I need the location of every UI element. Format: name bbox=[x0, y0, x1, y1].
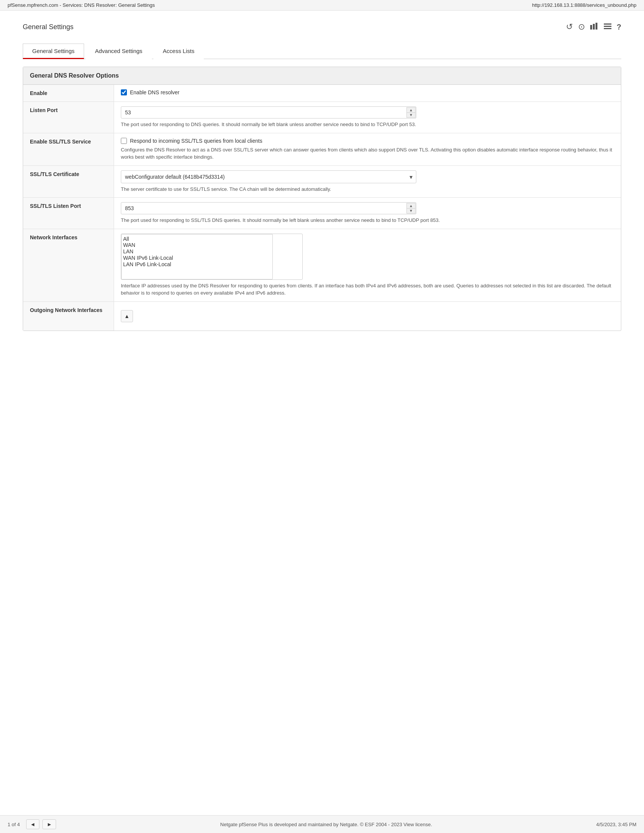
ssl-port-wrapper: ▲ ▼ bbox=[121, 202, 416, 214]
listen-port-desc: The port used for responding to DNS quer… bbox=[121, 121, 614, 129]
ssl-port-desc: The port used for responding to SSL/TLS … bbox=[121, 217, 614, 224]
list-icon[interactable] bbox=[604, 22, 612, 32]
ssl-port-spinners: ▲ ▼ bbox=[406, 203, 415, 214]
enable-dns-checkbox[interactable] bbox=[121, 89, 127, 95]
form-row-ssl-port: SSL/TLS Listen Port ▲ ▼ The port used fo… bbox=[23, 198, 621, 229]
network-option-wan: WAN bbox=[123, 242, 271, 248]
listen-port-control: ▲ ▼ The port used for responding to DNS … bbox=[114, 102, 621, 133]
footer-nav: 1 of 4 ◄ ► bbox=[8, 819, 56, 829]
enable-checkbox-wrapper: Enable DNS resolver bbox=[121, 89, 614, 95]
tabs: General Settings Advanced Settings Acces… bbox=[23, 43, 621, 59]
enable-control: Enable DNS resolver bbox=[114, 85, 621, 101]
enable-label: Enable bbox=[23, 85, 114, 101]
help-icon[interactable]: ? bbox=[617, 23, 621, 31]
svg-rect-0 bbox=[590, 25, 592, 29]
ssl-tls-label: Enable SSL/TLS Service bbox=[23, 133, 114, 166]
form-row-outgoing: Outgoing Network Interfaces ▲ bbox=[23, 302, 621, 331]
form-row-listen-port: Listen Port ▲ ▼ The port used for respon… bbox=[23, 102, 621, 133]
form-row-ssl-cert: SSL/TLS Certificate webConfigurator defa… bbox=[23, 166, 621, 198]
footer-right-arrow[interactable]: ► bbox=[42, 819, 56, 829]
svg-rect-3 bbox=[604, 24, 612, 25]
bottom-bar: 1 of 4 ◄ ► Netgate pfSense Plus is devel… bbox=[0, 815, 644, 833]
browser-bar: pfSense.mpfrench.com - Services: DNS Res… bbox=[0, 0, 644, 11]
panel-heading: General DNS Resolver Options bbox=[23, 67, 621, 85]
listen-port-spinners: ▲ ▼ bbox=[406, 107, 415, 118]
ssl-tls-checkbox-wrapper: Respond to incoming SSL/TLS queries from… bbox=[121, 138, 614, 144]
listen-port-label: Listen Port bbox=[23, 102, 114, 133]
outgoing-control: ▲ bbox=[114, 302, 621, 331]
ssl-cert-label: SSL/TLS Certificate bbox=[23, 166, 114, 198]
ssl-cert-desc: The server certificate to use for SSL/TL… bbox=[121, 185, 614, 193]
form-row-ssl-tls: Enable SSL/TLS Service Respond to incomi… bbox=[23, 133, 621, 166]
page-header: General Settings ↺ ⊙ ? bbox=[23, 22, 621, 32]
footer-datetime: 4/5/2023, 3:45 PM bbox=[596, 822, 636, 827]
ssl-port-up[interactable]: ▲ bbox=[406, 203, 415, 208]
ssl-cert-select[interactable]: webConfigurator default (6418b475d3314) bbox=[121, 170, 416, 183]
tab-advanced-settings[interactable]: Advanced Settings bbox=[85, 43, 152, 59]
ssl-port-label: SSL/TLS Listen Port bbox=[23, 198, 114, 229]
outgoing-row: ▲ bbox=[121, 306, 614, 326]
ssl-tls-checkbox[interactable] bbox=[121, 138, 127, 144]
network-option-all: All bbox=[123, 236, 271, 242]
tab-general-settings[interactable]: General Settings bbox=[23, 43, 84, 59]
ssl-cert-select-wrapper: webConfigurator default (6418b475d3314) … bbox=[121, 170, 416, 183]
listen-port-input[interactable] bbox=[121, 106, 416, 119]
stop-icon[interactable]: ⊙ bbox=[578, 22, 585, 32]
footer-text: Netgate pfSense Plus is developed and ma… bbox=[220, 822, 432, 827]
browser-left-title: pfSense.mpfrench.com - Services: DNS Res… bbox=[8, 2, 155, 8]
ssl-port-down[interactable]: ▼ bbox=[406, 208, 415, 214]
ssl-tls-desc: Configures the DNS Resolver to act as a … bbox=[121, 146, 614, 161]
network-interfaces-desc: Interface IP addresses used by the DNS R… bbox=[121, 282, 614, 297]
ssl-tls-control: Respond to incoming SSL/TLS queries from… bbox=[114, 133, 621, 166]
network-interfaces-select[interactable]: All WAN LAN WAN IPv6 Link-Local LAN IPv6… bbox=[121, 234, 273, 280]
network-option-lan-ipv6: LAN IPv6 Link-Local bbox=[123, 261, 271, 268]
page-indicator: 1 of 4 bbox=[8, 822, 20, 827]
svg-rect-1 bbox=[593, 24, 595, 29]
listen-port-down[interactable]: ▼ bbox=[406, 113, 415, 118]
header-icons: ↺ ⊙ ? bbox=[566, 22, 621, 32]
browser-url: http://192.168.13.1:8888/services_unboun… bbox=[532, 2, 636, 8]
ssl-tls-checkbox-label: Respond to incoming SSL/TLS queries from… bbox=[130, 138, 262, 144]
tab-access-lists[interactable]: Access Lists bbox=[153, 43, 204, 59]
network-interfaces-control: All WAN LAN WAN IPv6 Link-Local LAN IPv6… bbox=[114, 229, 621, 301]
listen-port-wrapper: ▲ ▼ bbox=[121, 106, 416, 119]
ssl-port-input[interactable] bbox=[121, 202, 416, 214]
network-interfaces-label: Network Interfaces bbox=[23, 229, 114, 301]
svg-rect-5 bbox=[604, 28, 612, 29]
enable-dns-label: Enable DNS resolver bbox=[130, 89, 180, 95]
content-panel: General DNS Resolver Options Enable Enab… bbox=[23, 67, 621, 331]
footer-arrows: ◄ ► bbox=[26, 819, 56, 829]
ssl-port-control: ▲ ▼ The port used for responding to SSL/… bbox=[114, 198, 621, 229]
outgoing-label: Outgoing Network Interfaces bbox=[23, 302, 114, 331]
outgoing-up-icon[interactable]: ▲ bbox=[121, 310, 133, 322]
refresh-icon[interactable]: ↺ bbox=[566, 22, 573, 32]
listen-port-up[interactable]: ▲ bbox=[406, 107, 415, 113]
chart-icon[interactable] bbox=[590, 22, 599, 32]
svg-rect-4 bbox=[604, 26, 612, 27]
page-title: General Settings bbox=[23, 23, 74, 31]
network-option-lan: LAN bbox=[123, 248, 271, 255]
ssl-cert-control: webConfigurator default (6418b475d3314) … bbox=[114, 166, 621, 198]
network-option-wan-ipv6: WAN IPv6 Link-Local bbox=[123, 255, 271, 261]
svg-rect-2 bbox=[596, 23, 597, 29]
form-row-network-interfaces: Network Interfaces All WAN LAN WAN IPv6 … bbox=[23, 229, 621, 302]
footer-left-arrow[interactable]: ◄ bbox=[26, 819, 40, 829]
form-row-enable: Enable Enable DNS resolver bbox=[23, 85, 621, 102]
network-interfaces-listbox-wrapper: All WAN LAN WAN IPv6 Link-Local LAN IPv6… bbox=[121, 234, 303, 280]
